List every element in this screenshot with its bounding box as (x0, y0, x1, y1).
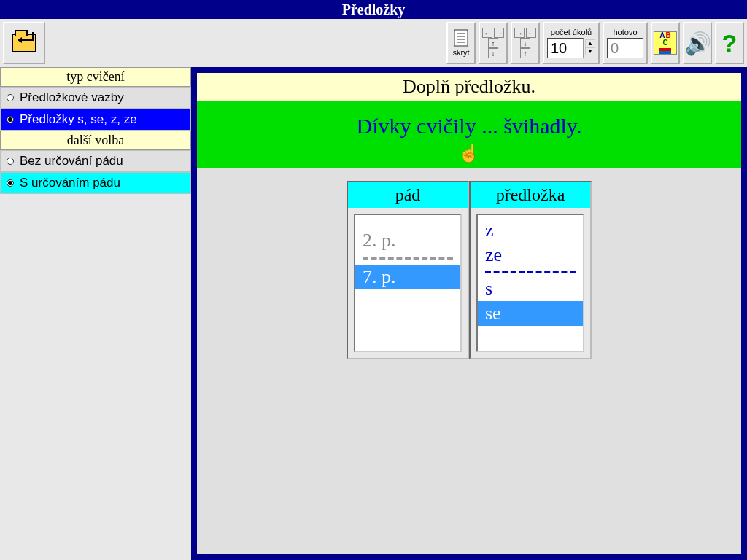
help-icon: ? (722, 29, 738, 58)
svg-rect-0 (454, 30, 468, 46)
radio-predlozkove-vazby[interactable]: Předložkové vazby (0, 87, 191, 109)
sentence-text: Dívky cvičily ... švihadly. (197, 114, 741, 139)
column-pad-header: pád (348, 182, 468, 208)
toolbar: skrýt ←→ ↑ ↓ →← ↓ ↑ počet úkolů 10 ▲ ▼ h… (0, 19, 747, 67)
column-pad: pád 2. p. 7. p. (347, 181, 469, 359)
radio-label: Předložky s, se, z, ze (20, 112, 137, 127)
radio-predlozky-ssezze[interactable]: Předložky s, se, z, ze (0, 109, 191, 131)
expand-in-button[interactable]: →← ↓ ↑ (511, 22, 540, 64)
pad-option-2p[interactable]: 2. p. (355, 215, 460, 253)
hide-label: skrýt (452, 48, 469, 57)
pad-option-7p[interactable]: 7. p. (355, 265, 460, 289)
window-title: Předložky (0, 0, 747, 19)
folder-up-icon (12, 34, 36, 52)
task-count-label: počet úkolů (551, 28, 592, 36)
sentence-band: Dívky cvičily ... švihadly. ☝️ (197, 101, 741, 168)
radio-label: S určováním pádu (20, 176, 120, 190)
radio-label: Předložkové vazby (20, 90, 124, 105)
radio-s-padem[interactable]: S určováním pádu (0, 172, 191, 194)
radio-icon (7, 116, 14, 123)
predlozka-option-s[interactable]: s (478, 276, 583, 301)
divider (485, 271, 576, 273)
expand-out-button[interactable]: ←→ ↑ ↓ (479, 22, 508, 64)
radio-icon (7, 179, 14, 187)
done-label: hotovo (613, 28, 637, 36)
hide-button[interactable]: skrýt (446, 22, 476, 64)
task-count-down[interactable]: ▼ (585, 47, 595, 55)
help-button[interactable]: ? (715, 22, 744, 64)
done-value: 0 (607, 38, 643, 58)
sound-button[interactable]: 🔊 (683, 22, 712, 64)
speaker-icon: 🔊 (684, 31, 711, 56)
sidebar-header-more: další volba (0, 131, 191, 150)
abc-icon: A B C (654, 31, 677, 55)
predlozka-option-z[interactable]: z (478, 215, 583, 243)
done-group: hotovo 0 (603, 22, 648, 64)
task-count-group: počet úkolů 10 ▲ ▼ (543, 22, 600, 64)
column-predlozka-header: předložka (471, 182, 590, 208)
answer-table: pád 2. p. 7. p. předložka z ze s se (197, 181, 741, 359)
radio-icon (7, 158, 14, 165)
task-title: Doplň předložku. (197, 73, 741, 101)
predlozka-option-se[interactable]: se (478, 301, 583, 326)
page-icon (453, 29, 469, 47)
task-count-up[interactable]: ▲ (585, 39, 595, 47)
abc-button[interactable]: A B C (651, 22, 680, 64)
main-area: Doplň předložku. Dívky cvičily ... šviha… (191, 67, 747, 560)
predlozka-option-ze[interactable]: ze (478, 243, 583, 268)
divider (363, 257, 453, 260)
hint-hand-icon[interactable]: ☝️ (458, 143, 480, 163)
sidebar: typ cvičení Předložkové vazby Předložky … (0, 67, 191, 560)
radio-icon (7, 94, 14, 101)
column-predlozka: předložka z ze s se (469, 181, 592, 359)
radio-label: Bez určování pádu (20, 154, 123, 168)
radio-bez-padu[interactable]: Bez určování pádu (0, 150, 191, 172)
back-folder-button[interactable] (3, 22, 45, 64)
sidebar-header-type: typ cvičení (0, 67, 191, 87)
task-count-value[interactable]: 10 (547, 38, 584, 58)
